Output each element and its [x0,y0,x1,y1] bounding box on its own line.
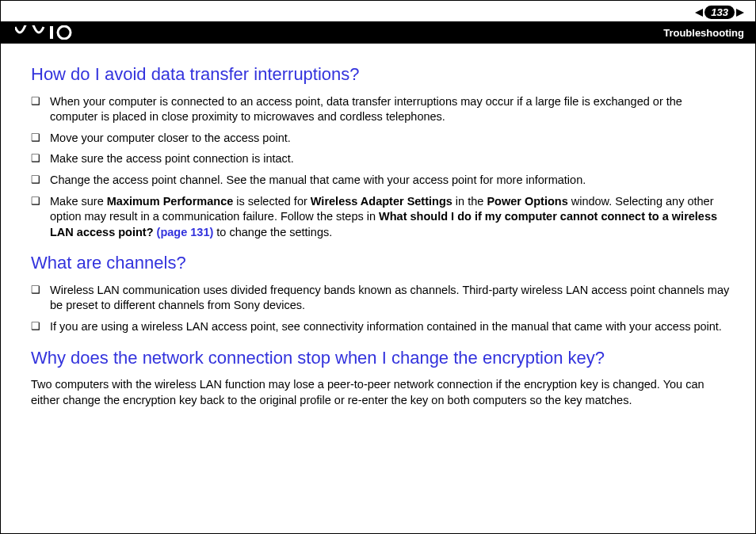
list-item: Make sure Maximum Performance is selecte… [31,194,731,241]
list-item: Move your computer closer to the access … [31,131,731,147]
list-q1: When your computer is connected to an ac… [31,94,731,241]
list-item: When your computer is connected to an ac… [31,94,731,125]
page-number-badge: 133 [704,6,735,19]
content-area: How do I avoid data transfer interruptio… [31,63,731,414]
svg-point-1 [58,26,71,39]
paragraph-q3: Two computers with the wireless LAN func… [31,377,731,408]
page-link-131[interactable]: (page 131) [157,226,214,238]
list-item: Wireless LAN communication uses divided … [31,283,731,314]
heading-q2: What are channels? [31,251,731,275]
next-page-arrow-icon[interactable] [736,9,744,17]
list-item: Make sure the access point connection is… [31,151,731,167]
header-bar: Troubleshooting [1,21,755,44]
heading-q3: Why does the network connection stop whe… [31,346,731,370]
prev-page-arrow-icon[interactable] [695,9,703,17]
list-item: If you are using a wireless LAN access p… [31,319,731,335]
page-nav: 133 [695,6,744,19]
list-q2: Wireless LAN communication uses divided … [31,283,731,335]
heading-q1: How do I avoid data transfer interruptio… [31,63,731,86]
list-item: Change the access point channel. See the… [31,173,731,189]
vaio-logo [15,25,86,40]
svg-rect-0 [50,26,53,39]
section-label: Troubleshooting [663,27,744,39]
vaio-logo-icon [15,25,86,40]
page-number: 133 [711,6,728,18]
